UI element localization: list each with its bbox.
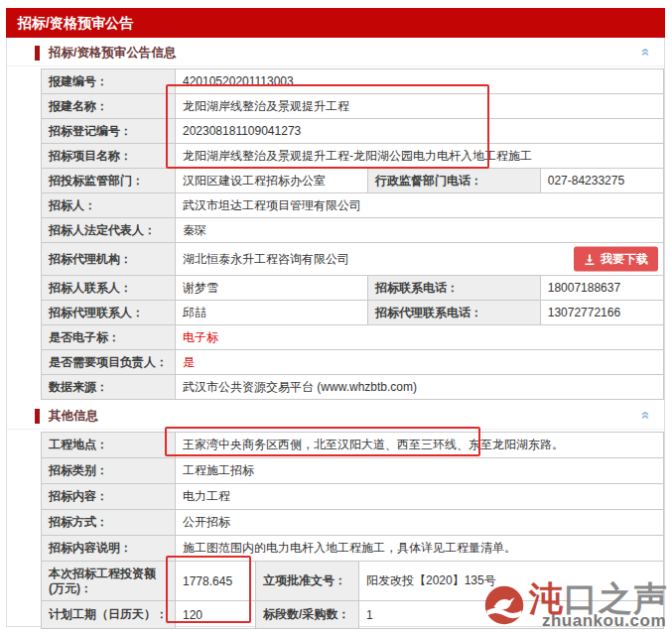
field-value: 秦琛 xyxy=(176,218,664,243)
field-value-highlighted: 是 xyxy=(176,350,664,375)
watermark: 沌口之声 zhuankou.com xyxy=(483,581,668,629)
table-row: 工程地点： 王家湾中央商务区西侧，北至汉阳大道、西至三环线、东至龙阳湖东路。 xyxy=(42,433,664,458)
field-label: 招标内容： xyxy=(42,484,176,510)
page-title: 招标/资格预审公告 xyxy=(6,8,665,38)
table-row: 招标人法定代表人： 秦琛 xyxy=(42,218,664,243)
field-label: 招标代理联系电话： xyxy=(368,301,541,325)
table-row: 招标登记编号： 202308181109041273 xyxy=(42,119,664,144)
bird-logo-icon xyxy=(483,584,525,626)
field-label: 招标人： xyxy=(42,193,176,218)
table-row: 报建编号： 42010520201113003 xyxy=(42,69,664,94)
field-value: 1778.645 xyxy=(176,562,256,601)
table-row: 招标类别： 工程施工招标 xyxy=(42,458,664,484)
field-value: 电力工程 xyxy=(176,484,664,510)
field-label: 招标类别： xyxy=(42,458,176,484)
field-label: 标段数/采购数： xyxy=(256,601,359,629)
field-value: 湖北恒泰永升工程咨询有限公司 我要下载 xyxy=(176,243,664,276)
field-value-highlighted: 电子标 xyxy=(176,325,664,350)
field-label: 报建名称： xyxy=(42,94,176,119)
field-value: 120 xyxy=(176,601,256,629)
table-row: 报建名称： 龙阳湖岸线整治及景观提升工程 xyxy=(42,94,664,119)
section-title: 招标/资格预审公告信息 xyxy=(49,45,176,62)
announcement-panel: 招标/资格预审公告 招标/资格预审公告信息 « 报建编号： 4201052020… xyxy=(6,8,665,627)
table-row: 数据来源： 武汉市公共资源交易平台 (www.whzbtb.com) xyxy=(42,375,664,400)
table-row: 是否需要项目负责人： 是 xyxy=(42,350,664,375)
field-label: 招标登记编号： xyxy=(42,119,176,144)
field-value: 龙阳湖岸线整治及景观提升工程 xyxy=(176,94,664,119)
field-value: 武汉市坦达工程项目管理有限公司 xyxy=(176,193,664,218)
field-value: 谢梦雪 xyxy=(176,276,368,301)
table-row: 招标人： 武汉市坦达工程项目管理有限公司 xyxy=(42,193,664,218)
field-value: 王家湾中央商务区西侧，北至汉阳大道、西至三环线、东至龙阳湖东路。 xyxy=(176,433,664,458)
field-value: 13072772166 xyxy=(540,301,663,325)
field-value: 027-84233275 xyxy=(540,169,663,193)
field-value: 202308181109041273 xyxy=(176,119,664,144)
field-value: 42010520201113003 xyxy=(176,69,664,94)
table-row: 是否电子标： 电子标 xyxy=(42,325,664,350)
field-label: 招标方式： xyxy=(42,510,176,536)
announcement-info-table: 报建编号： 42010520201113003 报建名称： 龙阳湖岸线整治及景观… xyxy=(41,68,664,400)
field-label: 招标人联系人： xyxy=(42,276,176,301)
download-button-label: 我要下载 xyxy=(601,251,648,268)
table-row: 招标代理联系人： 邱喆 招标代理联系电话： 13072772166 xyxy=(42,301,664,325)
field-label: 招标代理机构： xyxy=(42,243,176,276)
field-label: 招标联系电话： xyxy=(368,276,541,301)
field-value: 公开招标 xyxy=(176,510,664,536)
section-tick-bar xyxy=(35,409,40,424)
field-label: 招标项目名称： xyxy=(42,144,176,169)
field-label: 报建编号： xyxy=(42,69,176,94)
field-label: 招标内容说明： xyxy=(42,536,176,562)
agency-name: 湖北恒泰永升工程咨询有限公司 xyxy=(183,252,349,266)
field-label: 是否电子标： xyxy=(42,325,176,350)
field-value: 龙阳湖岸线整治及景观提升工程-龙阳湖公园电力电杆入地工程施工 xyxy=(176,144,664,169)
section-header-announcement-info: 招标/资格预审公告信息 « xyxy=(7,40,664,66)
field-label: 数据来源： xyxy=(42,375,176,400)
field-label: 招标人法定代表人： xyxy=(42,218,176,243)
field-label: 是否需要项目负责人： xyxy=(42,350,176,375)
section-title: 其他信息 xyxy=(49,408,98,425)
field-value: 邱喆 xyxy=(176,301,368,325)
field-label: 行政监督部门电话： xyxy=(368,169,541,193)
collapse-chevron-icon[interactable]: « xyxy=(637,411,654,419)
section-tick-bar xyxy=(35,46,40,61)
field-value: 武汉市公共资源交易平台 (www.whzbtb.com) xyxy=(176,375,664,400)
field-value: 工程施工招标 xyxy=(176,458,664,484)
watermark-text: 沌口之声 xyxy=(529,581,668,615)
field-label: 计划工期（日历天）： xyxy=(42,601,176,629)
field-label: 本次招标工程投资额(万元)： xyxy=(42,562,176,601)
field-value: 汉阳区建设工程招标办公室 xyxy=(176,169,368,193)
field-value: 施工图范围内的电力电杆入地工程施工，具体详见工程量清单。 xyxy=(176,536,664,562)
field-value: 18007188637 xyxy=(540,276,663,301)
table-row: 招投标监管部门： 汉阳区建设工程招标办公室 行政监督部门电话： 027-8423… xyxy=(42,169,664,193)
field-label: 立项批准文号： xyxy=(256,562,359,601)
download-button[interactable]: 我要下载 xyxy=(574,247,658,272)
table-row: 招标内容说明： 施工图范围内的电力电杆入地工程施工，具体详见工程量清单。 xyxy=(42,536,664,562)
field-label: 工程地点： xyxy=(42,433,176,458)
table-row: 招标人联系人： 谢梦雪 招标联系电话： 18007188637 xyxy=(42,276,664,301)
table-row: 招标内容： 电力工程 xyxy=(42,484,664,510)
section-header-other-info: 其他信息 « xyxy=(7,403,664,430)
table-row: 招标方式： 公开招标 xyxy=(42,510,664,536)
field-label: 招投标监管部门： xyxy=(42,169,176,193)
collapse-chevron-icon[interactable]: « xyxy=(637,48,654,56)
watermark-domain: zhuankou.com xyxy=(542,611,666,631)
download-icon xyxy=(584,253,596,265)
table-row: 招标代理机构： 湖北恒泰永升工程咨询有限公司 我要下载 xyxy=(42,243,664,276)
table-row: 招标项目名称： 龙阳湖岸线整治及景观提升工程-龙阳湖公园电力电杆入地工程施工 xyxy=(42,144,664,169)
field-label: 招标代理联系人： xyxy=(42,301,176,325)
